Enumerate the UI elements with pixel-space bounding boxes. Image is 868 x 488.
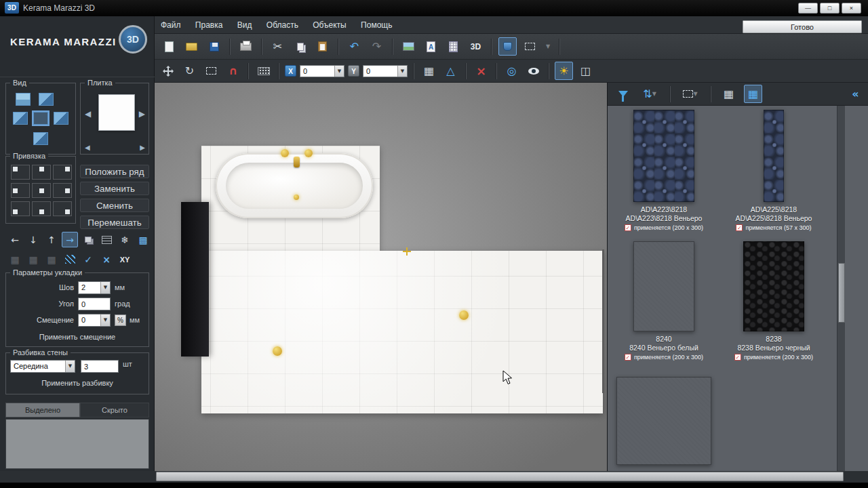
snap-right-button[interactable] — [53, 183, 72, 198]
view-iso-button[interactable] — [39, 93, 54, 106]
clear-area-button[interactable]: × — [98, 251, 115, 267]
applied-checkbox[interactable]: ✓ — [734, 354, 741, 361]
close-button[interactable]: × — [842, 3, 861, 14]
offset-dropdown-icon[interactable]: ▼ — [100, 314, 110, 326]
seam-dropdown-icon[interactable]: ▼ — [100, 282, 110, 293]
snap-top-right-button[interactable] — [53, 165, 72, 180]
lay-down-button[interactable]: ↓ — [25, 232, 41, 247]
material-dropdown-button[interactable]: ▼ — [543, 37, 553, 56]
tile-thumbnail[interactable] — [616, 377, 711, 465]
prev-tile-button[interactable]: ◀ — [85, 109, 91, 119]
material-mode-button[interactable] — [521, 37, 539, 56]
pattern-button[interactable]: ▩ — [135, 232, 151, 247]
y-dropdown-icon[interactable]: ▼ — [397, 66, 407, 77]
change-tile-button[interactable]: Сменить плитку — [80, 199, 149, 212]
snap-bottom-right-button[interactable] — [53, 201, 72, 216]
contrast-button[interactable]: ◫ — [576, 62, 595, 80]
next-tile-button[interactable]: ▶ — [139, 109, 145, 119]
applied-checkbox[interactable]: ✓ — [625, 354, 631, 361]
tile-thumbnail[interactable] — [764, 110, 784, 202]
lay-left-button[interactable]: ← — [7, 232, 23, 247]
x-coordinate-field[interactable]: ▼ — [300, 65, 344, 77]
grid-mode-2-button[interactable]: ▦ — [25, 251, 41, 267]
applied-checkbox[interactable]: ✓ — [625, 224, 631, 231]
done-button[interactable]: Готово — [743, 20, 862, 33]
angle-tool-button[interactable]: △ — [441, 62, 460, 80]
view-top-button[interactable] — [33, 112, 48, 125]
tile-thumbnail[interactable] — [743, 241, 804, 331]
move-button[interactable] — [159, 62, 177, 80]
estimate-button[interactable] — [444, 37, 462, 56]
target-view-button[interactable]: ◎ — [502, 62, 521, 80]
menu-help[interactable]: Помощь — [355, 16, 398, 33]
grid-mode-1-button[interactable]: ▦ — [7, 251, 23, 267]
apply-split-button[interactable]: Применить разбивку — [6, 379, 149, 387]
y-coordinate-field[interactable]: ▼ — [363, 65, 408, 77]
selection-listbox[interactable] — [5, 419, 149, 469]
last-tile-button[interactable]: ▶ — [140, 144, 145, 151]
seam-select[interactable]: 2 ▼ — [78, 281, 111, 294]
menu-file[interactable]: Файл — [155, 16, 187, 33]
snap-left-button[interactable] — [11, 183, 30, 198]
copy-button[interactable] — [291, 37, 309, 56]
view-left-button[interactable] — [13, 112, 28, 125]
delete-button[interactable]: × — [472, 62, 490, 80]
wall-split-dropdown-icon[interactable]: ▼ — [65, 361, 75, 372]
redo-button[interactable]: ↷ — [368, 37, 386, 56]
tile-card[interactable]: AD\A223\8218 AD\A223\8218 Веньеро ✓ прим… — [613, 110, 715, 231]
tile-card[interactable]: AD\A225\8218 AD\A225\8218 Веньеро ✓ прим… — [723, 110, 825, 231]
x-dropdown-icon[interactable]: ▼ — [334, 66, 344, 77]
save-button[interactable] — [205, 37, 223, 56]
apply-offset-button[interactable]: Применить смещение — [6, 333, 149, 341]
scrollbar-thumb[interactable] — [838, 263, 845, 323]
lay-right-button[interactable]: → — [62, 232, 78, 247]
cut-button[interactable]: ✂ — [269, 37, 287, 56]
wall-split-count-input[interactable] — [81, 361, 118, 372]
tile-card[interactable]: 8238 8238 Веньеро черный ✓ применяется (… — [723, 241, 825, 361]
floor-tiles-main[interactable] — [201, 251, 603, 413]
minimize-button[interactable]: — — [798, 3, 818, 14]
tile-card[interactable] — [613, 377, 715, 465]
replace-button[interactable]: Заменить — [80, 182, 149, 195]
snap-center-button[interactable] — [32, 183, 51, 198]
y-coordinate-input[interactable] — [363, 66, 397, 77]
image-view-button[interactable] — [399, 37, 418, 56]
tab-hidden[interactable]: Скрыто — [80, 403, 149, 418]
display-mode-button[interactable]: ▼ — [679, 85, 702, 103]
tile-thumbnail[interactable] — [633, 241, 694, 331]
freeze-button[interactable]: ❄ — [117, 232, 133, 247]
filter-button[interactable] — [614, 85, 632, 103]
hatch-button[interactable] — [62, 251, 78, 267]
tile-card[interactable]: 8240 8240 Веньеро белый ✓ применяется (2… — [613, 241, 715, 361]
snap-bottom-left-button[interactable] — [11, 201, 30, 216]
rotate-button[interactable]: ↻ — [180, 62, 199, 80]
canvas-viewport[interactable] — [155, 83, 607, 471]
grid-view-button[interactable]: ▦ — [719, 85, 738, 103]
paste-button[interactable] — [313, 37, 332, 56]
wall-split-count-field[interactable] — [81, 360, 119, 373]
new-file-button[interactable] — [160, 37, 178, 56]
tab-selected[interactable]: Выделено — [5, 403, 80, 418]
angle-field[interactable] — [78, 298, 111, 310]
lay-row-button[interactable]: Положить ряд — [80, 165, 149, 178]
maximize-button[interactable]: □ — [820, 3, 840, 14]
view-bottom-button[interactable] — [33, 132, 48, 145]
snap-bottom-button[interactable] — [32, 201, 51, 216]
menu-view[interactable]: Вид — [231, 16, 258, 33]
snap-top-left-button[interactable] — [11, 165, 30, 180]
sort-button[interactable]: ⇅ ▼ — [638, 85, 661, 103]
percent-button[interactable]: % — [115, 314, 126, 326]
scale-button[interactable] — [202, 62, 220, 80]
print-button[interactable] — [237, 37, 255, 56]
menu-objects[interactable]: Объекты — [307, 16, 353, 33]
collapse-panel-button[interactable]: « — [846, 85, 865, 103]
menu-edit[interactable]: Правка — [189, 16, 229, 33]
undo-button[interactable]: ↶ — [345, 37, 363, 56]
keypad-button[interactable] — [254, 62, 273, 80]
open-file-button[interactable] — [182, 37, 201, 56]
view-3d-button[interactable]: 3D — [467, 37, 485, 56]
horizontal-scrollbar[interactable] — [156, 472, 844, 481]
door-object[interactable] — [181, 202, 209, 357]
x-coordinate-input[interactable] — [300, 66, 334, 77]
tile-library-list[interactable]: AD\A223\8218 AD\A223\8218 Веньеро ✓ прим… — [608, 106, 868, 471]
